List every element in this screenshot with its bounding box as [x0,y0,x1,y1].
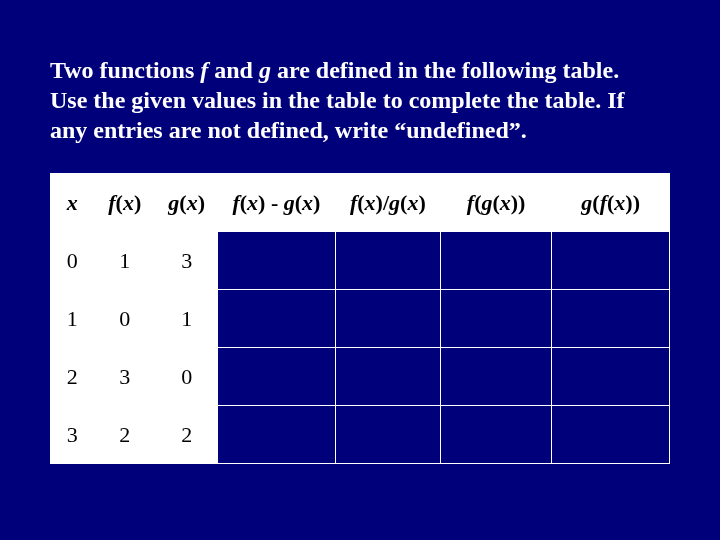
cell-x: 0 [51,232,94,290]
cell-fg [440,232,551,290]
cell-div [335,290,440,348]
problem-statement: Two functions f and g are defined in the… [50,55,670,145]
table-body: 013101230322 [51,232,670,464]
cell-diff [218,232,336,290]
cell-gf [552,406,670,464]
function-table: x f(x) g(x) f(x) - g(x) f(x)/g(x) f(g(x)… [50,173,670,464]
cell-diff [218,348,336,406]
cell-fx: 2 [94,406,156,464]
cell-div [335,348,440,406]
table-row: 101 [51,290,670,348]
cell-gx: 0 [156,348,218,406]
cell-gf [552,232,670,290]
col-div: f(x)/g(x) [335,174,440,232]
slide: Two functions f and g are defined in the… [0,0,720,540]
cell-gx: 2 [156,406,218,464]
col-diff: f(x) - g(x) [218,174,336,232]
cell-div [335,406,440,464]
cell-x: 3 [51,406,94,464]
col-x: x [51,174,94,232]
table-row: 013 [51,232,670,290]
cell-fg [440,348,551,406]
col-gx: g(x) [156,174,218,232]
table-row: 322 [51,406,670,464]
col-gf: g(f(x)) [552,174,670,232]
cell-gx: 3 [156,232,218,290]
table-row: 230 [51,348,670,406]
cell-fx: 1 [94,232,156,290]
cell-gx: 1 [156,290,218,348]
cell-fg [440,290,551,348]
cell-x: 1 [51,290,94,348]
cell-fx: 3 [94,348,156,406]
cell-diff [218,406,336,464]
cell-fg [440,406,551,464]
cell-x: 2 [51,348,94,406]
cell-gf [552,348,670,406]
cell-div [335,232,440,290]
table-header-row: x f(x) g(x) f(x) - g(x) f(x)/g(x) f(g(x)… [51,174,670,232]
col-fg: f(g(x)) [440,174,551,232]
col-fx: f(x) [94,174,156,232]
cell-diff [218,290,336,348]
cell-fx: 0 [94,290,156,348]
cell-gf [552,290,670,348]
